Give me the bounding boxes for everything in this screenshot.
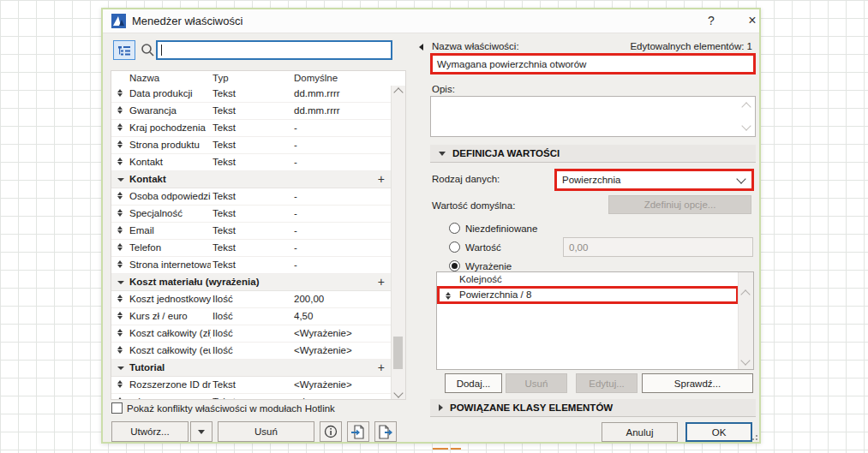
group-expanded-icon xyxy=(117,367,124,370)
remove-expression-button[interactable]: Usuń xyxy=(506,373,567,393)
info-button[interactable] xyxy=(320,421,342,442)
radio-undefined[interactable] xyxy=(449,223,460,234)
close-button[interactable]: × xyxy=(742,11,763,30)
table-row[interactable]: Koszt całkowity (eur)Ilość<Wyrażenie> xyxy=(111,343,392,360)
hotlink-conflicts-checkbox[interactable] xyxy=(111,402,123,414)
default-value-label: Wartość domyślna: xyxy=(432,200,515,211)
reorder-icon xyxy=(117,243,123,251)
define-options-button[interactable]: Zdefiniuj opcje... xyxy=(608,195,751,214)
name-label: Nazwa właściwości: xyxy=(432,41,519,51)
column-header-type[interactable]: Typ xyxy=(213,73,229,83)
data-type-label: Rodzaj danych: xyxy=(432,174,500,184)
table-row[interactable]: Osoba odpowiedzi...Tekst- xyxy=(111,188,392,206)
table-row[interactable]: KontaktTekst- xyxy=(111,154,392,171)
table-group-row[interactable]: Tutorial+ xyxy=(111,360,392,377)
property-table: Nazwa Typ Domyślne Data produkcjiTekstdd… xyxy=(111,70,406,400)
export-button[interactable] xyxy=(374,421,397,442)
default-value-input[interactable]: 0,00 xyxy=(563,237,753,257)
description-textarea[interactable] xyxy=(430,96,756,137)
reorder-icon xyxy=(117,226,123,234)
expression-scrollbar[interactable] xyxy=(738,272,753,369)
table-row[interactable]: GwarancjaTekstdd.mm.rrrr xyxy=(111,103,392,120)
import-icon xyxy=(350,425,366,439)
table-row[interactable]: EmailTekst- xyxy=(111,223,392,240)
table-row[interactable]: Rozszerzone ID dr...Tekst<Wyrażenie> xyxy=(111,377,392,394)
reorder-icon xyxy=(117,209,123,217)
chevron-down-icon xyxy=(736,174,745,183)
column-header-default[interactable]: Domyślne xyxy=(294,73,338,83)
import-button[interactable] xyxy=(347,421,369,442)
scroll-down-icon[interactable] xyxy=(741,121,751,130)
reorder-icon xyxy=(117,89,123,97)
search-icon xyxy=(141,43,155,57)
app-icon xyxy=(111,14,126,28)
chevron-down-icon xyxy=(198,430,205,434)
radio-value-label: Wartość xyxy=(465,242,501,253)
create-button[interactable]: Utwórz... xyxy=(111,421,189,442)
scrollbar-thumb[interactable] xyxy=(393,337,403,369)
radio-expression[interactable] xyxy=(449,260,460,271)
delete-property-button[interactable]: Usuń xyxy=(218,421,314,442)
reorder-icon xyxy=(117,192,123,200)
table-row[interactable]: Kraj pochodzeniaTekst- xyxy=(111,120,392,137)
expression-column-header[interactable]: Kolejność xyxy=(459,274,502,284)
expression-list: Kolejność Powierzchnia / 8 xyxy=(436,271,754,370)
table-row[interactable]: Data produkcjiTekstdd.mm.rrrr xyxy=(111,86,392,103)
reorder-icon xyxy=(117,123,123,131)
scroll-up-icon[interactable] xyxy=(740,289,750,299)
reorder-icon xyxy=(117,397,123,399)
table-row[interactable]: SpecjalnośćTekst- xyxy=(111,206,392,223)
resize-grip[interactable] xyxy=(749,432,757,440)
export-icon xyxy=(378,425,393,439)
table-row[interactable]: Kurs zł / euroIlość4,50 xyxy=(111,308,392,325)
check-expression-button[interactable]: Sprawdź... xyxy=(642,373,753,393)
scroll-down-icon[interactable] xyxy=(740,355,750,365)
add-in-group-icon[interactable]: + xyxy=(378,361,385,374)
table-row[interactable]: TelefonTekst- xyxy=(111,240,392,257)
table-group-row[interactable]: Kontakt+ xyxy=(111,171,392,188)
scroll-up-icon[interactable] xyxy=(393,87,403,97)
hotlink-conflicts-label: Pokaż konflikty właściwości w modułach H… xyxy=(127,403,335,414)
linked-classes-section-header[interactable]: POWIĄZANE KLASY ELEMENTÓW xyxy=(430,399,756,417)
tree-view-icon xyxy=(118,45,130,56)
hotlink-conflicts-row: Pokaż konflikty właściwości w modułach H… xyxy=(111,402,335,414)
radio-value-row: Wartość xyxy=(449,241,501,253)
title-bar[interactable]: Menedżer właściwości ? × xyxy=(103,9,759,33)
property-name-input[interactable]: Wymagana powierzchnia otworów xyxy=(430,53,756,75)
create-dropdown-button[interactable] xyxy=(190,421,213,442)
help-button[interactable]: ? xyxy=(701,11,721,30)
cancel-button[interactable]: Anuluj xyxy=(602,422,678,442)
add-in-group-icon[interactable]: + xyxy=(378,172,385,186)
scroll-down-icon[interactable] xyxy=(393,388,403,397)
dialog-title: Menedżer właściwości xyxy=(132,15,242,27)
table-row[interactable]: Strona internetowaTekst- xyxy=(111,257,392,274)
table-row[interactable]: Koszt całkowity (zł)Ilość<Wyrażenie> xyxy=(111,325,392,343)
table-scrollbar[interactable] xyxy=(391,86,405,399)
radio-value[interactable] xyxy=(449,241,460,253)
radio-undefined-row: Niezdefiniowane xyxy=(449,223,537,234)
collapse-panel-icon[interactable] xyxy=(419,44,423,51)
tree-view-toggle-button[interactable] xyxy=(113,40,135,60)
editable-elements-count: Edytowalnych elementów: 1 xyxy=(630,41,752,51)
description-label: Opis: xyxy=(432,84,455,94)
column-header-name[interactable]: Nazwa xyxy=(129,73,159,83)
data-type-dropdown[interactable]: Powierzchnia xyxy=(554,169,754,191)
table-row[interactable]: adaTekstadaqae xyxy=(111,394,392,399)
search-input[interactable] xyxy=(156,40,392,60)
table-row[interactable]: Koszt jednostkowyIlość200,00 xyxy=(111,291,392,308)
table-row[interactable]: Strona produktuTekst- xyxy=(111,137,392,154)
group-expanded-icon xyxy=(117,178,124,182)
reorder-icon xyxy=(117,380,123,388)
reorder-icon xyxy=(117,140,123,148)
scroll-up-icon[interactable] xyxy=(741,102,751,111)
reorder-icon xyxy=(117,260,123,268)
add-in-group-icon[interactable]: + xyxy=(378,275,385,289)
ok-button[interactable]: OK xyxy=(685,422,752,442)
table-group-row[interactable]: Koszt materiału (wyrażenia)+ xyxy=(111,274,392,291)
edit-expression-button[interactable]: Edytuj... xyxy=(576,373,638,393)
expression-row[interactable]: Powierzchnia / 8 xyxy=(437,286,739,304)
reorder-icon xyxy=(117,106,123,114)
value-definition-section-header[interactable]: DEFINICJA WARTOŚCI xyxy=(430,145,756,163)
table-header: Nazwa Typ Domyślne xyxy=(111,71,405,86)
add-expression-button[interactable]: Dodaj... xyxy=(445,373,502,393)
